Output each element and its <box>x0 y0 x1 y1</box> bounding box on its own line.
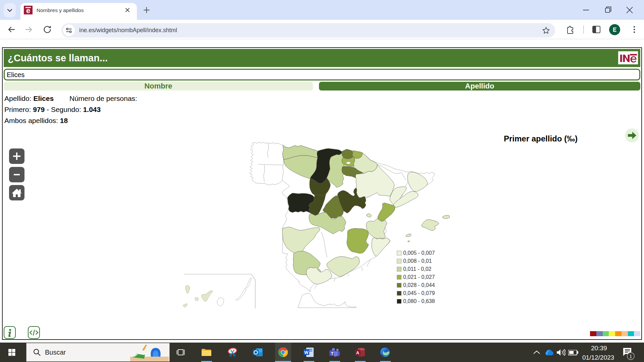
svg-text:W: W <box>304 350 309 355</box>
svg-text:A: A <box>356 350 360 355</box>
svg-text:T: T <box>331 351 334 356</box>
